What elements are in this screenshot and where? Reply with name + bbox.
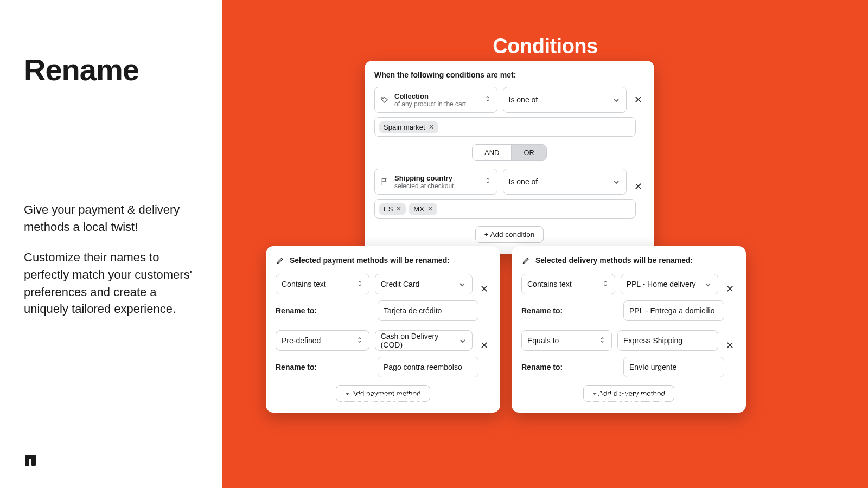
rename-label: Rename to:	[521, 363, 618, 371]
updown-icon	[599, 336, 606, 345]
delivery-header-text: Selected delivery methods will be rename…	[535, 256, 693, 265]
chevron-down-icon	[459, 336, 467, 345]
condition-attr-title: Shipping country	[394, 174, 480, 182]
condition-attribute-select[interactable]: Shipping country selected at checkout	[374, 169, 497, 195]
condition-attr-sub: of any product in the cart	[394, 100, 480, 108]
condition-operator-select[interactable]: Is one of	[503, 169, 627, 195]
delivery-method-input[interactable]	[617, 330, 718, 351]
chip-es[interactable]: ES ✕	[379, 203, 406, 215]
condition-2-values[interactable]: ES ✕ MX ✕	[374, 199, 636, 219]
chevron-down-icon	[613, 95, 621, 104]
delivery-rename-row-1: Rename to:	[521, 300, 736, 321]
payment-method-select[interactable]: Credit Card	[375, 274, 473, 294]
logic-toggle-group: AND OR	[374, 144, 644, 161]
payment-rename-row-2: Rename to:	[276, 357, 490, 377]
operator-label: Is one of	[509, 95, 538, 104]
add-condition-button[interactable]: + Add condition	[475, 226, 544, 243]
delivery-method-select[interactable]: PPL - Home delivery	[621, 274, 718, 294]
match-label: Contains text	[282, 280, 326, 288]
delivery-match-select[interactable]: Equals to	[521, 330, 612, 351]
delivery-rename-input[interactable]	[623, 357, 724, 377]
rename-label: Rename to:	[276, 306, 372, 315]
delivery-row-1: Contains text PPL - Home delivery ✕	[521, 272, 736, 296]
payment-row-2: Pre-defined Cash on Delivery (COD) ✕	[276, 329, 490, 352]
condition-attr-title: Collection	[394, 92, 480, 100]
conditions-card: When the following conditions are met: C…	[365, 61, 654, 254]
payment-method-select[interactable]: Cash on Delivery (COD)	[375, 330, 473, 351]
svg-rect-2	[25, 455, 36, 459]
logic-or-button[interactable]: OR	[511, 145, 546, 160]
updown-icon	[485, 177, 492, 187]
match-label: Pre-defined	[282, 336, 321, 345]
payment-rename-input[interactable]	[378, 357, 478, 377]
section-title-delivery: Delivery	[589, 387, 667, 410]
desc-paragraph-2: Customize their names to perfectly match…	[24, 249, 199, 318]
condition-operator-select[interactable]: Is one of	[503, 87, 627, 113]
page-title: Rename	[24, 52, 199, 87]
match-label: Equals to	[527, 336, 559, 345]
updown-icon	[357, 280, 363, 289]
chevron-down-icon	[705, 280, 712, 288]
remove-delivery-row-button[interactable]: ✕	[724, 338, 736, 352]
conditions-intro: When the following conditions are met:	[374, 70, 644, 79]
pencil-icon	[276, 256, 284, 265]
section-title-payment: Payment	[341, 387, 425, 410]
updown-icon	[485, 95, 492, 105]
method-label: Cash on Delivery (COD)	[381, 332, 459, 349]
delivery-match-select[interactable]: Contains text	[521, 274, 615, 294]
chevron-down-icon	[613, 177, 621, 186]
left-panel: Rename Give your payment & delivery meth…	[0, 0, 222, 488]
chip-remove-icon[interactable]: ✕	[396, 205, 401, 213]
delivery-rename-row-2: Rename to:	[521, 357, 736, 377]
remove-delivery-row-button[interactable]: ✕	[724, 282, 736, 296]
rename-label: Rename to:	[521, 306, 618, 315]
pencil-icon	[521, 256, 530, 265]
method-label: Credit Card	[381, 280, 420, 288]
condition-attribute-select[interactable]: Collection of any product in the cart	[374, 87, 497, 113]
updown-icon	[603, 280, 609, 289]
chip-label: MX	[413, 205, 424, 213]
payment-row-1: Contains text Credit Card ✕	[276, 272, 490, 296]
tag-icon	[380, 95, 389, 104]
right-panel: Conditions When the following conditions…	[222, 0, 868, 488]
page-description: Give your payment & delivery methods a l…	[24, 201, 199, 331]
payment-card-header: Selected payment methods will be renamed…	[276, 256, 490, 265]
chip-label: Spain market	[384, 123, 425, 131]
payment-header-text: Selected payment methods will be renamed…	[290, 256, 450, 265]
payment-rename-row-1: Rename to:	[276, 300, 490, 321]
payment-match-select[interactable]: Contains text	[276, 274, 369, 294]
delivery-card-header: Selected delivery methods will be rename…	[521, 256, 736, 265]
updown-icon	[357, 336, 363, 345]
remove-payment-row-button[interactable]: ✕	[478, 338, 490, 352]
chip-mx[interactable]: MX ✕	[409, 203, 437, 215]
brand-logo	[24, 453, 39, 468]
chip-remove-icon[interactable]: ✕	[427, 205, 433, 213]
condition-attr-sub: selected at checkout	[394, 182, 480, 190]
svg-point-3	[382, 98, 384, 99]
flag-icon	[380, 177, 389, 186]
section-title-conditions: Conditions	[493, 35, 597, 58]
delivery-row-2: Equals to ✕	[521, 329, 736, 352]
condition-1-values[interactable]: Spain market ✕	[374, 117, 636, 137]
match-label: Contains text	[527, 280, 572, 288]
remove-condition-button[interactable]: ✕	[632, 179, 644, 194]
operator-label: Is one of	[509, 177, 538, 186]
payment-rename-input[interactable]	[378, 300, 478, 321]
chip-remove-icon[interactable]: ✕	[429, 123, 434, 131]
remove-payment-row-button[interactable]: ✕	[478, 282, 490, 296]
remove-condition-button[interactable]: ✕	[632, 93, 644, 107]
rename-label: Rename to:	[276, 363, 372, 371]
condition-row-1: Collection of any product in the cart Is…	[374, 87, 644, 113]
payment-match-select[interactable]: Pre-defined	[276, 330, 369, 351]
logic-and-button[interactable]: AND	[473, 145, 511, 160]
method-label: PPL - Home delivery	[627, 280, 696, 288]
chevron-down-icon	[459, 280, 467, 288]
chip-spain-market[interactable]: Spain market ✕	[379, 121, 438, 133]
desc-paragraph-1: Give your payment & delivery methods a l…	[24, 201, 199, 236]
delivery-rename-input[interactable]	[623, 300, 724, 321]
chip-label: ES	[384, 205, 393, 213]
condition-row-2: Shipping country selected at checkout Is…	[374, 169, 644, 195]
